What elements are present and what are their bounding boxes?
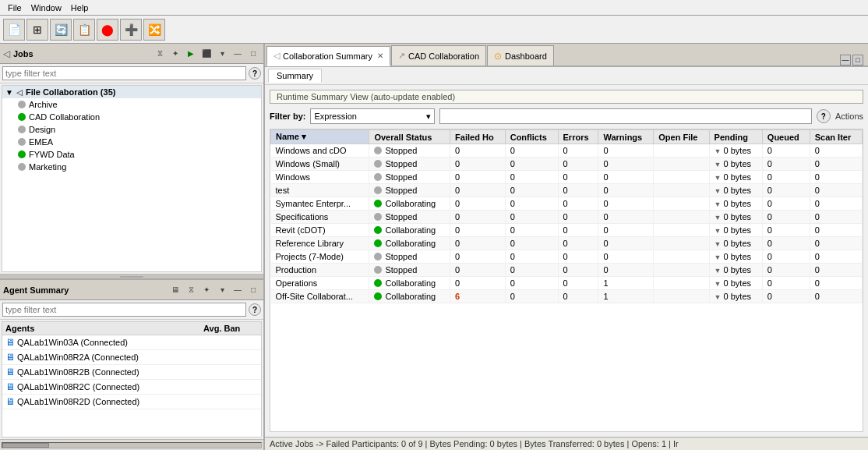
toolbar-grid[interactable]: ⊞ <box>26 19 48 41</box>
table-row[interactable]: Windows Stopped 0 0 0 0 ▼ 0 bytes 0 0 <box>271 171 863 184</box>
tab-label: CAD Collaboration <box>408 51 479 61</box>
agent-minimize-icon[interactable]: — <box>231 283 245 297</box>
arrow-down[interactable]: ▼ <box>715 267 722 275</box>
col-failed-ho[interactable]: Failed Ho <box>450 130 506 144</box>
arrow-down[interactable]: ▼ <box>715 200 722 208</box>
jobs-filter-input[interactable] <box>2 66 246 80</box>
agent-row[interactable]: 🖥 QALab1Win08R2A (Connected) <box>2 350 261 365</box>
jobs-star-icon[interactable]: ✦ <box>168 47 182 61</box>
toolbar-copy[interactable]: 📋 <box>73 19 95 41</box>
col-open-file[interactable]: Open File <box>654 130 709 144</box>
toolbar-new[interactable]: 📄 <box>3 19 25 41</box>
table-row[interactable]: test Stopped 0 0 0 0 ▼ 0 bytes 0 0 <box>271 184 863 197</box>
filter-help[interactable]: ? <box>817 109 831 123</box>
table-row[interactable]: Revit (cDOT) Collaborating 0 0 0 0 ▼ 0 b… <box>271 224 863 237</box>
agent-scrollbar[interactable] <box>0 439 263 450</box>
agent-row[interactable]: 🖥 QALab1Win03A (Connected) <box>2 335 261 350</box>
agent-col-agents[interactable]: Agents <box>2 322 200 335</box>
arrow-down[interactable]: ▼ <box>715 161 722 168</box>
agent-row[interactable]: 🖥 QALab1Win08R2B (Connected) <box>2 365 261 380</box>
arrow-down[interactable]: ▼ <box>715 293 722 301</box>
col-conflicts[interactable]: Conflicts <box>505 130 558 144</box>
tab-collaboration-summary[interactable]: ◁ Collaboration Summary ✕ <box>266 46 390 66</box>
col-overall-status[interactable]: Overall Status <box>369 130 450 144</box>
cell-failed: 0 <box>450 184 506 197</box>
agent-row[interactable]: 🖥 QALab1Win08R2C (Connected) <box>2 380 261 395</box>
table-row[interactable]: Off-Site Collaborat... Collaborating 6 0… <box>271 290 863 303</box>
win-maximize[interactable]: □ <box>852 55 863 66</box>
cell-open-file <box>654 224 709 237</box>
arrow-down[interactable]: ▼ <box>715 147 722 155</box>
arrow-down[interactable]: ▼ <box>715 240 722 248</box>
table-row[interactable]: Windows (Small) Stopped 0 0 0 0 ▼ 0 byte… <box>271 158 863 171</box>
agent-filter-icon[interactable]: ⧖ <box>184 283 198 297</box>
tree-item-cad[interactable]: CAD Collaboration <box>2 111 261 123</box>
agent-avgban-val <box>200 365 261 380</box>
tab-cad-collaboration[interactable]: ↗ CAD Collaboration <box>391 45 486 66</box>
col-queued[interactable]: Queued <box>762 130 810 144</box>
toolbar-refresh[interactable]: 🔄 <box>50 19 72 41</box>
tree-item-fywd[interactable]: FYWD Data <box>2 148 261 161</box>
col-scan-iter[interactable]: Scan Iter <box>810 130 862 144</box>
tab-close-collab[interactable]: ✕ <box>377 51 383 60</box>
table-row[interactable]: Projects (7-Mode) Stopped 0 0 0 0 ▼ 0 by… <box>271 250 863 264</box>
toolbar-stop[interactable]: ⬤ <box>97 19 118 41</box>
filter-select[interactable]: Expression ▾ <box>310 108 435 124</box>
cell-queued: 0 <box>762 144 810 158</box>
agent-icon1[interactable]: 🖥 <box>168 283 182 297</box>
col-warnings[interactable]: Warnings <box>598 130 654 144</box>
tree-item-marketing[interactable]: Marketing <box>2 161 261 173</box>
jobs-dropdown-icon[interactable]: ▾ <box>215 47 229 61</box>
arrow-down[interactable]: ▼ <box>715 174 722 182</box>
win-minimize[interactable]: — <box>840 55 851 66</box>
agent-dropdown-icon[interactable]: ▾ <box>215 283 229 297</box>
jobs-play-icon[interactable]: ▶ <box>184 47 198 61</box>
jobs-minimize-icon[interactable]: — <box>231 47 245 61</box>
arrow-down[interactable]: ▼ <box>715 214 722 221</box>
cell-pending: ▼ 0 bytes <box>709 158 762 171</box>
agent-col-avgban[interactable]: Avg. Ban <box>200 322 261 335</box>
menu-help[interactable]: Help <box>66 2 94 13</box>
agent-filter-help[interactable]: ? <box>249 303 261 316</box>
table-row[interactable]: Production Stopped 0 0 0 0 ▼ 0 bytes 0 0 <box>271 264 863 277</box>
arrow-down[interactable]: ▼ <box>715 187 722 195</box>
menu-window[interactable]: Window <box>26 2 66 13</box>
col-pending[interactable]: Pending <box>709 130 762 144</box>
agent-row[interactable]: 🖥 QALab1Win08R2D (Connected) <box>2 395 261 409</box>
table-row[interactable]: Windows and cDO Stopped 0 0 0 0 ▼ 0 byte… <box>271 144 863 158</box>
sub-tab-summary[interactable]: Summary <box>268 69 322 83</box>
tree-item-archive[interactable]: Archive <box>2 98 261 111</box>
agent-maximize-icon[interactable]: □ <box>246 283 260 297</box>
table-row[interactable]: Operations Collaborating 0 0 0 1 ▼ 0 byt… <box>271 277 863 290</box>
table-row[interactable]: Reference Library Collaborating 0 0 0 0 … <box>271 237 863 250</box>
jobs-maximize-icon[interactable]: □ <box>246 47 260 61</box>
col-name[interactable]: Name ▾ <box>271 130 369 144</box>
menu-file[interactable]: File <box>3 2 26 13</box>
tree-root[interactable]: ▼ ◁ File Collaboration (35) <box>2 86 261 98</box>
arrow-down[interactable]: ▼ <box>715 227 722 235</box>
cell-pending: ▼ 0 bytes <box>709 184 762 197</box>
col-errors[interactable]: Errors <box>558 130 598 144</box>
cell-warnings: 0 <box>598 184 654 197</box>
arrow-down[interactable]: ▼ <box>715 280 722 288</box>
tree-item-design[interactable]: Design <box>2 123 261 136</box>
arrow-down[interactable]: ▼ <box>715 253 722 261</box>
cell-status: Collaborating <box>369 237 450 250</box>
agent-label: 🖥 QALab1Win08R2A (Connected) <box>2 350 200 365</box>
agent-filter-input[interactable] <box>2 303 246 317</box>
table-row[interactable]: Symantec Enterpr... Collaborating 0 0 0 … <box>271 197 863 211</box>
cell-scan-iter: 0 <box>810 197 862 211</box>
filter-text-box[interactable] <box>439 108 811 124</box>
agent-avgban-val <box>200 350 261 365</box>
jobs-filter-icon[interactable]: ⧖ <box>153 47 167 61</box>
toolbar-sync[interactable]: 🔀 <box>143 19 165 41</box>
tab-dashboard[interactable]: ⊙ Dashboard <box>487 45 554 66</box>
tree-item-emea[interactable]: EMEA <box>2 136 261 148</box>
jobs-stop-icon[interactable]: ⬛ <box>199 47 213 61</box>
jobs-filter-help[interactable]: ? <box>249 67 261 80</box>
table-row[interactable]: Specifications Stopped 0 0 0 0 ▼ 0 bytes… <box>271 211 863 224</box>
toolbar-add[interactable]: ➕ <box>120 19 142 41</box>
status-dot-gray <box>18 138 26 146</box>
agent-star-icon[interactable]: ✦ <box>199 283 213 297</box>
actions-button[interactable]: Actions <box>835 112 863 121</box>
